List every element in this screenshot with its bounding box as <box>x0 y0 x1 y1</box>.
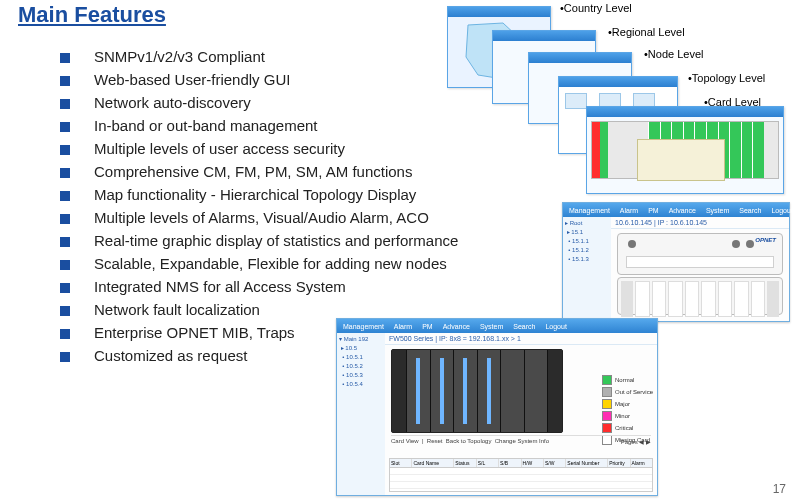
app-chassis-view: Management Alarm PM Advance System Searc… <box>336 318 658 496</box>
menu-item: Management <box>569 207 610 214</box>
port-icon <box>746 240 754 248</box>
status-table: Slot Card Name Status S/L S/B H/W S/W Se… <box>389 458 653 492</box>
swatch-outofservice <box>602 387 612 397</box>
toolbar-row: Card View | Reset Back to Topology Chang… <box>391 435 651 445</box>
thumb-card <box>586 106 784 194</box>
card-dialog <box>637 139 725 181</box>
bullet-item: Map functionality - Hierarchical Topolog… <box>60 186 600 203</box>
menu-item: Logout <box>545 323 566 330</box>
th: S/L <box>477 459 499 467</box>
label-regional: •Regional Level <box>608 26 685 38</box>
device-brand: OPNET <box>755 237 776 243</box>
app-menubar: Management Alarm PM Advance System Searc… <box>563 203 789 217</box>
th: S/B <box>499 459 521 467</box>
menu-item: PM <box>422 323 433 330</box>
th: Card Name <box>412 459 454 467</box>
app-sidebar: ▾ Main 192 ▸ 10.5 • 10.5.1 • 10.5.2 • 10… <box>337 333 386 495</box>
bullet-icon <box>60 191 70 201</box>
legend-label: Critical <box>615 425 633 431</box>
app-device-view: Management Alarm PM Advance System Searc… <box>562 202 790 322</box>
bullet-text: Comprehensive CM, FM, PM, SM, AM functio… <box>94 163 412 180</box>
menu-item: Search <box>739 207 761 214</box>
th: Slot <box>390 459 412 467</box>
chassis-graphic <box>391 349 563 433</box>
swatch-normal <box>602 375 612 385</box>
menu-item: Search <box>513 323 535 330</box>
legend-label: Minor <box>615 413 630 419</box>
bullet-text: In-band or out-band management <box>94 117 317 134</box>
bullet-item: Comprehensive CM, FM, PM, SM, AM functio… <box>60 163 600 180</box>
app-sidebar: ▸ Root ▸ 15.1 • 15.1.1 • 15.1.2 • 15.1.3 <box>563 217 612 321</box>
menu-item: Advance <box>443 323 470 330</box>
bullet-item: Network fault localization <box>60 301 600 318</box>
bullet-text: Network auto-discovery <box>94 94 251 111</box>
bullet-icon <box>60 306 70 316</box>
label-node: •Node Level <box>644 48 704 60</box>
app-menubar: Management Alarm PM Advance System Searc… <box>337 319 657 333</box>
menu-item: Alarm <box>620 207 638 214</box>
bullet-item: Integrated NMS for all Access System <box>60 278 600 295</box>
bullet-icon <box>60 260 70 270</box>
bullet-text: Customized as request <box>94 347 247 364</box>
bullet-icon <box>60 237 70 247</box>
slide-title: Main Features <box>18 2 166 28</box>
menu-item: Alarm <box>394 323 412 330</box>
device-chassis: OPNET <box>617 233 783 275</box>
bullet-text: Web-based User-friendly GUI <box>94 71 290 88</box>
bullet-icon <box>60 145 70 155</box>
bullet-text: Network fault localization <box>94 301 260 318</box>
legend-label: Out of Service <box>615 389 653 395</box>
menu-item: System <box>706 207 729 214</box>
menu-item: PM <box>648 207 659 214</box>
th: Serial Number <box>566 459 608 467</box>
bullet-icon <box>60 283 70 293</box>
th: Priority <box>608 459 630 467</box>
bullet-icon <box>60 352 70 362</box>
bullet-item: Multiple levels of Alarms, Visual/Audio … <box>60 209 600 226</box>
device-port-grid <box>617 277 783 315</box>
bullet-text: SNMPv1/v2/v3 Compliant <box>94 48 265 65</box>
bullet-icon <box>60 168 70 178</box>
bullet-item: In-band or out-band management <box>60 117 600 134</box>
bullet-text: Real-time graphic display of statistics … <box>94 232 458 249</box>
th: Status <box>454 459 476 467</box>
bullet-icon <box>60 76 70 86</box>
bullet-icon <box>60 99 70 109</box>
menu-item: Advance <box>669 207 696 214</box>
th: S/W <box>544 459 566 467</box>
th: Alarm <box>631 459 652 467</box>
bullet-item: Scalable, Expandable, Flexible for addin… <box>60 255 600 272</box>
label-topology: •Topology Level <box>688 72 765 84</box>
bullet-icon <box>60 214 70 224</box>
bullet-icon <box>60 122 70 132</box>
swatch-major <box>602 399 612 409</box>
label-country: •Country Level <box>560 2 632 14</box>
legend-label: Major <box>615 401 630 407</box>
swatch-minor <box>602 411 612 421</box>
menu-item: Management <box>343 323 384 330</box>
bullet-item: Real-time graphic display of statistics … <box>60 232 600 249</box>
breadcrumb: 10.6.10.145 | IP : 10.6.10.145 <box>611 217 789 229</box>
menu-item: Logout <box>771 207 792 214</box>
port-icon <box>732 240 740 248</box>
bullet-item: Multiple levels of user access security <box>60 140 600 157</box>
page-number: 17 <box>773 482 786 496</box>
swatch-critical <box>602 423 612 433</box>
legend-label: Normal <box>615 377 634 383</box>
bullet-text: Multiple levels of Alarms, Visual/Audio … <box>94 209 429 226</box>
th: H/W <box>522 459 544 467</box>
bullet-text: Scalable, Expandable, Flexible for addin… <box>94 255 447 272</box>
label-card: •Card Level <box>704 96 761 108</box>
port-icon <box>628 240 636 248</box>
bullet-text: Enterprise OPNET MIB, Traps <box>94 324 295 341</box>
bullet-text: Multiple levels of user access security <box>94 140 345 157</box>
bullet-text: Integrated NMS for all Access System <box>94 278 346 295</box>
bullet-icon <box>60 329 70 339</box>
breadcrumb: FW500 Series | IP: 8x8 = 192.168.1.xx > … <box>385 333 657 345</box>
menu-item: System <box>480 323 503 330</box>
bullet-icon <box>60 53 70 63</box>
bullet-text: Map functionality - Hierarchical Topolog… <box>94 186 416 203</box>
